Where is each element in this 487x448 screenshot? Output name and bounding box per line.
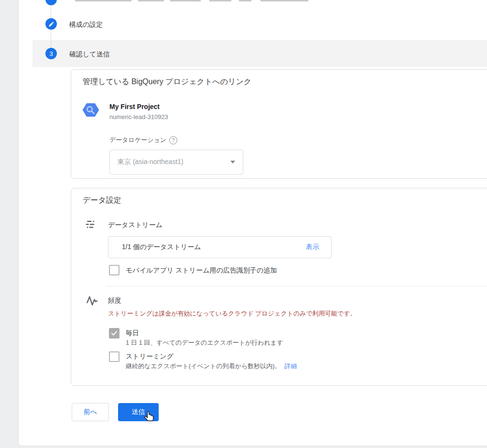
daily-checkbox[interactable]: [109, 328, 119, 339]
mobile-ads-label: モバイルアプリ ストリーム用の広告識別子の追加: [126, 266, 277, 275]
daily-label: 毎日: [126, 329, 139, 338]
mobile-ads-checkbox[interactable]: [109, 265, 119, 275]
streaming-warning: ストリーミングは課金が有効になっているクラウド プロジェクトのみで利用可能です。: [108, 309, 356, 318]
show-streams-link[interactable]: 表示: [306, 243, 319, 251]
data-streams-label: データストリーム: [108, 221, 162, 229]
help-icon[interactable]: ?: [169, 136, 177, 144]
project-id: numeric-lead-310923: [109, 113, 168, 120]
details-link[interactable]: 詳細: [284, 362, 297, 370]
link-card-title: 管理している BigQuery プロジェクトへのリンク: [83, 77, 251, 87]
frequency-icon: [86, 294, 98, 308]
data-location-value: 東京 (asia-northeast1): [118, 158, 184, 166]
step2-label[interactable]: 構成の設定: [69, 21, 103, 29]
data-location-select[interactable]: 東京 (asia-northeast1): [109, 150, 243, 175]
project-name: My First Project: [109, 103, 160, 110]
checkmark-icon: [110, 329, 118, 337]
data-location-label-row: データロケーション ?: [109, 136, 177, 144]
step3-label: 確認して送信: [69, 50, 110, 59]
cursor-pointer-icon: [143, 411, 156, 427]
daily-description: 1 日 1 回、すべてのデータのエクスポートが行われます: [126, 339, 283, 347]
streams-summary: 1/1 個のデータストリーム: [122, 243, 306, 251]
data-streams-icon: [85, 219, 97, 232]
frequency-label: 頻度: [108, 296, 121, 305]
data-settings-title: データ設定: [83, 196, 121, 206]
streams-summary-row: 1/1 個のデータストリーム 表示: [108, 236, 332, 258]
section-divider: [106, 286, 487, 286]
step3-circle: 3: [45, 48, 57, 59]
chevron-down-icon: [230, 161, 235, 164]
streaming-description-row: 継続的なエクスポート(イベントの到着から数秒以内)。 詳細: [126, 362, 297, 371]
data-settings-card: データ設定 データストリーム 1/1 個のデータストリーム 表示 モバイルアプリ…: [71, 188, 487, 386]
streaming-description: 継続的なエクスポート(イベントの到着から数秒以内)。: [126, 362, 281, 370]
pencil-icon: [48, 21, 54, 27]
previous-button[interactable]: 前へ: [72, 403, 109, 421]
step2-circle[interactable]: [45, 18, 57, 30]
streaming-checkbox[interactable]: [109, 351, 119, 362]
data-location-label: データロケーション: [109, 136, 166, 144]
bigquery-link-card: 管理している BigQuery プロジェクトへのリンク My First Pro…: [71, 69, 487, 179]
step3-number: 3: [49, 50, 53, 57]
bigquery-icon: [82, 101, 100, 120]
streaming-label: ストリーミング: [126, 352, 173, 361]
